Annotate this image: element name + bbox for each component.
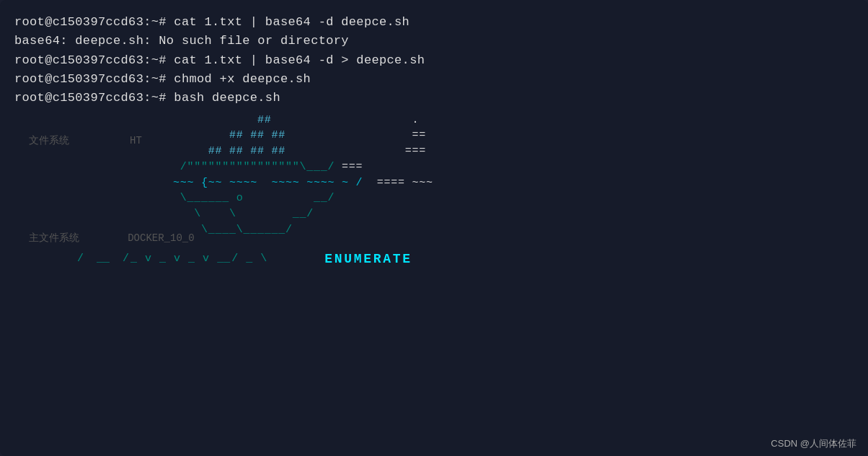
enumerate-label: ENUMERATE <box>324 252 412 266</box>
terminal-window: root@c150397ccd63:~# cat 1.txt | base64 … <box>0 0 868 456</box>
csdn-watermark: CSDN @人间体佐菲 <box>771 437 856 450</box>
terminal-output: root@c150397ccd63:~# cat 1.txt | base64 … <box>14 13 854 108</box>
line-1: root@c150397ccd63:~# cat 1.txt | base64 … <box>14 15 425 105</box>
label-filesystem: 文件系统 HT <box>29 134 142 147</box>
ascii-hash-art: ## . ## ## ## == ## ## ## ## === /""""""… <box>173 113 854 238</box>
label-main-fs: 主文件系统 DOCKER_10_0 <box>29 232 195 245</box>
bottom-row: / __ /_ v _ v _ v __/ _ \ ENUMERATE <box>58 251 854 268</box>
bottom-ship-art: / __ /_ v _ v _ v __/ _ \ <box>58 251 267 268</box>
ascii-art-container: 文件系统 HT ## . ## ## ## == ## ## ## ## ===… <box>14 113 854 268</box>
